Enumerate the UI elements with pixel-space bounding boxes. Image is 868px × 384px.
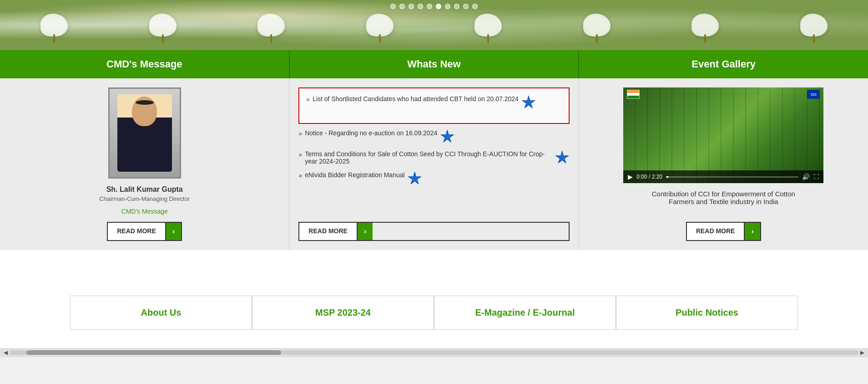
volume-button[interactable]: 🔊 [802, 173, 810, 180]
cotton-decoration [40, 14, 68, 36]
cotton-decoration [583, 14, 611, 36]
bottom-cards-section: About Us MSP 2023-24 E-Magazine / E-Jour… [0, 277, 868, 348]
new-badge-icon [555, 150, 570, 165]
video-thumbnail: CCI [623, 87, 823, 183]
slider-dot-6[interactable] [436, 4, 441, 9]
whats-new-read-more-button[interactable]: READ MORE › [298, 222, 569, 241]
spacer [0, 250, 868, 277]
slider-dots [390, 4, 478, 9]
new-badge-icon [521, 95, 536, 110]
public-notices-label: Public Notices [676, 307, 738, 317]
cotton-decoration [691, 14, 719, 36]
hero-banner [0, 0, 868, 50]
cmd-message-link[interactable]: CMD's Message [121, 208, 168, 215]
slider-dot-10[interactable] [472, 4, 478, 9]
section-headers: CMD's Message Whats New Event Gallery [0, 50, 868, 78]
event-read-more-button[interactable]: READ MORE › [686, 222, 761, 241]
news-text-3: eNivida Bidder Registration Manual [305, 171, 404, 179]
news-item-highlighted: » List of Shortlisted Candidates who had… [306, 95, 561, 110]
emagazine-card[interactable]: E-Magazine / E-Journal [434, 296, 616, 330]
slider-dot-8[interactable] [454, 4, 459, 9]
scroll-thumb[interactable] [26, 350, 281, 355]
slider-dot-9[interactable] [463, 4, 469, 9]
emagazine-label: E-Magazine / E-Journal [475, 307, 575, 317]
progress-bar[interactable] [666, 176, 798, 178]
news-item-3[interactable]: » eNivida Bidder Registration Manual [298, 171, 569, 186]
highlighted-news-text: List of Shortlisted Candidates who had a… [313, 95, 519, 102]
cmd-section-header: CMD's Message [0, 50, 290, 78]
time-display: 0:00 / 2:20 [636, 174, 662, 180]
cmd-photo [108, 87, 181, 179]
slider-dot-3[interactable] [409, 4, 414, 9]
slider-dot-4[interactable] [418, 4, 423, 9]
slider-dot-2[interactable] [399, 4, 405, 9]
cmd-panel: Sh. Lalit Kumar Gupta Chairman-Cum-Manag… [0, 78, 289, 250]
video-top-bar: CCI [623, 87, 823, 101]
video-player[interactable]: CCI ▶ 0:00 / 2:20 🔊 ⛶ [623, 87, 823, 183]
highlighted-news-item[interactable]: » List of Shortlisted Candidates who had… [298, 87, 569, 124]
cotton-decoration [800, 14, 828, 36]
news-item-2[interactable]: » Terms and Conditions for Sale of Cotto… [298, 150, 569, 165]
msp-card[interactable]: MSP 2023-24 [252, 296, 434, 330]
chevron-icon: » [306, 96, 310, 103]
play-button[interactable]: ▶ [628, 173, 633, 180]
msp-label: MSP 2023-24 [315, 307, 371, 317]
horizontal-scrollbar[interactable]: ◀ ▶ [0, 348, 868, 357]
news-item-1[interactable]: » Notice - Regarding no e-auction on 16.… [298, 129, 569, 144]
event-caption: Contribution of CCI for Empowerment of C… [652, 190, 795, 205]
news-text-1: Notice - Regarding no e-auction on 16.09… [305, 129, 437, 137]
whats-new-footer: READ MORE › [298, 215, 569, 241]
cmd-title: Chairman-Cum-Managing Director [99, 195, 190, 202]
scroll-left-arrow[interactable]: ◀ [2, 349, 10, 356]
content-row: Sh. Lalit Kumar Gupta Chairman-Cum-Manag… [0, 78, 868, 250]
new-badge-icon [440, 129, 454, 144]
scroll-right-arrow[interactable]: ▶ [858, 349, 866, 356]
fullscreen-button[interactable]: ⛶ [813, 174, 819, 180]
whats-new-panel: » List of Shortlisted Candidates who had… [289, 78, 579, 250]
cmd-read-more-label: READ MORE [108, 223, 166, 240]
event-gallery-section-header: Event Gallery [579, 50, 868, 78]
chevron-icon: » [298, 151, 302, 158]
event-read-more-label: READ MORE [687, 223, 745, 240]
chevron-icon: » [298, 172, 302, 179]
event-read-more-arrow-icon: › [745, 223, 760, 240]
scroll-track[interactable] [10, 350, 858, 355]
about-us-card[interactable]: About Us [70, 296, 252, 330]
public-notices-card[interactable]: Public Notices [616, 296, 798, 330]
progress-fill [666, 176, 669, 178]
cotton-decoration [257, 14, 285, 36]
cmd-read-more-button[interactable]: READ MORE › [107, 222, 182, 241]
whats-new-section-header: Whats New [290, 50, 580, 78]
india-flag-icon [627, 90, 640, 99]
video-controls: ▶ 0:00 / 2:20 🔊 ⛶ [623, 170, 823, 183]
event-gallery-panel: CCI ▶ 0:00 / 2:20 🔊 ⛶ Contribution of CC… [579, 78, 868, 250]
whats-new-read-more-arrow-icon: › [358, 223, 373, 240]
cmd-name: Sh. Lalit Kumar Gupta [106, 185, 183, 194]
cotton-decoration [474, 14, 502, 36]
field-decoration [623, 87, 823, 183]
news-text-2: Terms and Conditions for Sale of Cotton … [305, 150, 552, 165]
new-badge-icon [408, 171, 422, 186]
whats-new-read-more-label: READ MORE [299, 223, 358, 240]
slider-dot-5[interactable] [427, 4, 432, 9]
cotton-decoration [366, 14, 394, 36]
cci-logo: CCI [807, 90, 820, 99]
about-us-label: About Us [141, 307, 182, 317]
person-head [132, 97, 157, 126]
slider-dot-7[interactable] [445, 4, 450, 9]
cmd-read-more-arrow-icon: › [166, 223, 181, 240]
chevron-icon: » [298, 130, 302, 137]
person-silhouette [117, 94, 172, 172]
cotton-decoration [149, 14, 177, 36]
slider-dot-1[interactable] [390, 4, 396, 9]
